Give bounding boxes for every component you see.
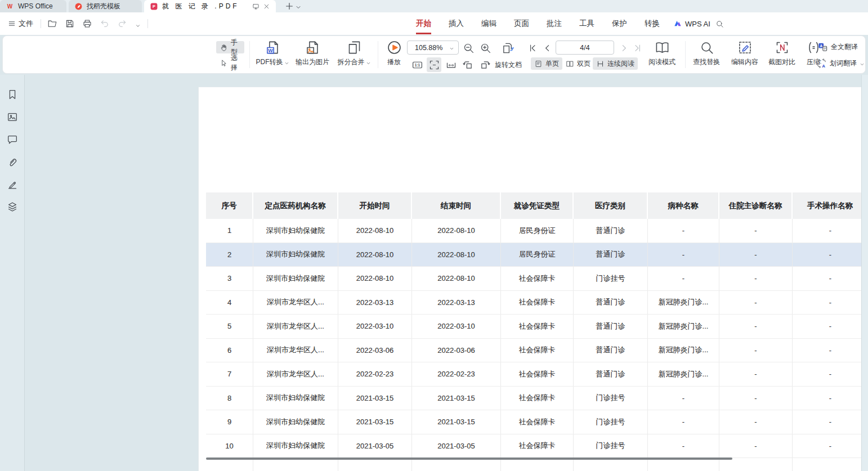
ribbon-tab-page[interactable]: 页面	[513, 19, 530, 29]
save-button[interactable]	[64, 17, 76, 30]
fit-page-button[interactable]	[427, 57, 441, 72]
tab-list-chevron-down-icon[interactable]	[295, 3, 302, 10]
rotate-left-button[interactable]	[460, 57, 475, 72]
table-header-cell: 序号	[206, 192, 253, 219]
table-header-cell: 手术操作名称	[793, 192, 861, 219]
ribbon-tab-comment[interactable]: 批注	[546, 19, 562, 29]
table-cell: 2022-08-10	[412, 267, 501, 290]
find-replace-button[interactable]: 查找替换	[688, 38, 724, 71]
page-number-input-box	[556, 41, 614, 55]
ribbon-tab-insert[interactable]: 插入	[448, 19, 464, 29]
close-icon[interactable]	[263, 3, 270, 10]
file-menu-button[interactable]: 文件	[6, 17, 35, 30]
zoom-in-button[interactable]	[478, 41, 493, 55]
first-page-button[interactable]	[526, 42, 539, 54]
single-page-icon	[534, 60, 543, 68]
reading-mode-label: 阅读模式	[648, 57, 675, 67]
tab-wps-office[interactable]: W WPS Office	[0, 0, 66, 12]
prev-page-button[interactable]	[541, 42, 553, 54]
monitor-icon[interactable]	[252, 3, 259, 10]
table-cell: -	[793, 387, 861, 410]
table-row: 4深圳市龙华区人...2022-03-132022-03-13社会保障卡普通门诊…	[206, 291, 861, 315]
split-merge-button[interactable]: 拆分合并	[334, 38, 374, 71]
reading-mode-button[interactable]: 阅读模式	[645, 38, 679, 71]
last-page-button[interactable]	[631, 42, 643, 54]
table-cell: 社会保障卡	[501, 315, 574, 338]
word-translate-button[interactable]: 文A 划词翻译	[816, 58, 865, 69]
table-cell: 社会保障卡	[501, 387, 574, 410]
table-cell: 8	[206, 387, 253, 410]
tab-docer-templates[interactable]: 找稻壳模板	[69, 0, 142, 12]
search-icon[interactable]	[715, 20, 724, 28]
undo-button[interactable]	[99, 17, 111, 30]
full-translate-icon: A字	[817, 42, 828, 52]
table-cell: 普通门诊	[574, 243, 648, 267]
table-cell: 2022-08-10	[338, 243, 412, 267]
table-cell: -	[719, 291, 793, 315]
hand-tool-button[interactable]: 手型	[216, 41, 244, 53]
print-button[interactable]	[81, 17, 93, 30]
ribbon-tab-edit[interactable]: 编辑	[481, 19, 497, 29]
attachment-icon[interactable]	[6, 156, 19, 168]
table-cell: -	[648, 267, 719, 290]
table-cell: 深圳市龙华区人...	[253, 315, 338, 338]
rotate-document-label: 旋转文档	[495, 60, 522, 70]
rotate-document-button[interactable]: 旋转文档	[495, 58, 522, 71]
page-number-input[interactable]	[568, 44, 602, 52]
table-cell: 2022-08-10	[412, 243, 501, 267]
ribbon-tab-convert[interactable]: 转换	[644, 19, 660, 29]
edit-content-button[interactable]: 编辑内容	[727, 38, 763, 71]
page-refresh-icon[interactable]	[499, 40, 516, 56]
svg-text:W: W	[7, 3, 13, 9]
single-page-button[interactable]: 单页	[531, 57, 562, 70]
export-as-image-button[interactable]: 输出为图片	[292, 38, 333, 71]
full-text-translate-button[interactable]: A字 全文翻译	[817, 42, 858, 52]
select-tool-button[interactable]: 选择	[216, 57, 244, 69]
rotate-right-button[interactable]	[477, 57, 492, 72]
continuous-reading-label: 连续阅读	[607, 59, 634, 69]
horizontal-scrollbar-thumb[interactable]	[206, 457, 732, 460]
ribbon-tab-home[interactable]: 开始	[415, 19, 432, 29]
table-cell: 2022-03-13	[338, 291, 412, 315]
bookmark-icon[interactable]	[6, 88, 19, 101]
table-cell: 2022-02-23	[412, 362, 501, 386]
screenshot-compare-button[interactable]: 截图对比	[764, 38, 800, 71]
actual-size-button[interactable]: 1:1	[410, 57, 424, 72]
svg-text:A: A	[822, 64, 825, 69]
tab-document-pdf[interactable]: P 就 医 记 录 .PDF	[144, 0, 276, 12]
play-button[interactable]: 播放	[381, 38, 407, 71]
table-header-cell: 住院主诊断名称	[719, 192, 793, 219]
table-cell: 新冠肺炎门诊...	[648, 362, 719, 386]
pdf-convert-button[interactable]: W PDF转换	[254, 38, 291, 71]
zoom-out-button[interactable]	[461, 41, 476, 55]
signature-icon[interactable]	[6, 178, 19, 191]
fit-width-button[interactable]	[444, 57, 458, 72]
next-page-button[interactable]	[618, 42, 630, 54]
table-cell: 1	[206, 219, 253, 243]
quick-access-chevron-down-icon[interactable]	[133, 19, 142, 28]
ribbon-toolbar: 手型 选择 W PDF转换 输出为图片 拆分合并 播放 105.88%	[2, 35, 866, 74]
comment-icon[interactable]	[6, 133, 19, 146]
continuous-reading-button[interactable]: 连续阅读	[593, 57, 638, 70]
table-cell: 居民身份证	[501, 243, 574, 267]
ribbon-tab-tools[interactable]: 工具	[579, 19, 595, 29]
table-cell: -	[719, 434, 793, 458]
layers-icon[interactable]	[6, 201, 19, 213]
wps-ai-button[interactable]: WPS AI	[673, 12, 710, 35]
thumbnail-icon[interactable]	[6, 111, 19, 123]
table-cell	[501, 458, 574, 471]
ribbon-tab-protect[interactable]: 保护	[611, 19, 628, 29]
double-page-icon	[566, 60, 574, 68]
open-file-button[interactable]	[46, 17, 59, 30]
zoom-level-select[interactable]: 105.88%	[407, 41, 459, 55]
table-cell: -	[793, 219, 861, 243]
table-cell: -	[793, 410, 861, 434]
new-tab-button[interactable]	[285, 2, 294, 11]
redo-button[interactable]	[116, 17, 128, 30]
svg-text:1:1: 1:1	[414, 63, 420, 67]
table-cell	[412, 458, 501, 471]
table-cell: 社会保障卡	[501, 267, 574, 290]
pdf-page: 序号定点医药机构名称开始时间结束时间就诊凭证类型医疗类别病种名称住院主诊断名称手…	[198, 87, 861, 471]
table-header-row: 序号定点医药机构名称开始时间结束时间就诊凭证类型医疗类别病种名称住院主诊断名称手…	[206, 192, 861, 219]
divider	[685, 41, 686, 68]
